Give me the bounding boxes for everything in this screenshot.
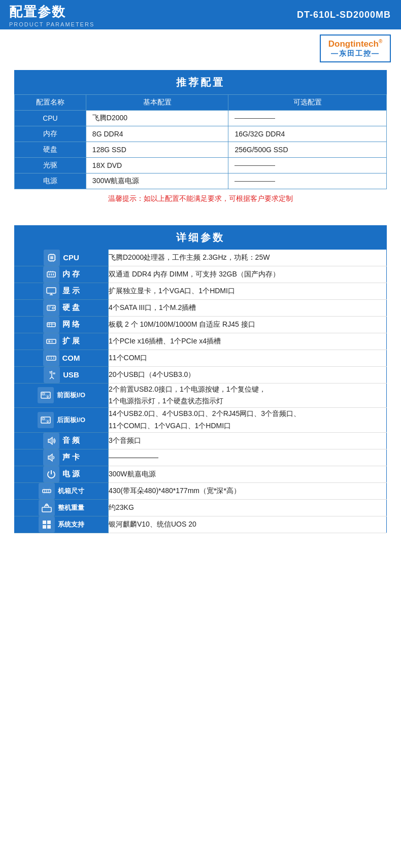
detail-label-cell: 内 存 bbox=[15, 266, 109, 283]
recommend-row-optional: 256G/500G SSD bbox=[228, 142, 387, 157]
svg-point-52 bbox=[47, 421, 48, 423]
logo-brand-cn: —东田工控— bbox=[331, 49, 380, 58]
svg-rect-17 bbox=[53, 273, 54, 275]
svg-rect-16 bbox=[51, 273, 52, 275]
detail-header: 详细参数 bbox=[15, 225, 387, 250]
recommend-row-name: CPU bbox=[15, 110, 86, 126]
frontio-icon bbox=[38, 387, 54, 403]
recommend-row-basic: 128G SSD bbox=[86, 142, 228, 157]
usb-icon bbox=[44, 367, 60, 383]
warm-tip: 温馨提示：如以上配置不能满足要求，可根据客户要求定制 bbox=[14, 194, 387, 203]
svg-point-37 bbox=[51, 358, 52, 359]
detail-row: 机箱尺寸430(带耳朵480)*480*177mm（宽*深*高） bbox=[15, 482, 387, 499]
detail-label-text: 硬 盘 bbox=[62, 303, 80, 313]
svg-rect-42 bbox=[53, 373, 55, 374]
memory-icon bbox=[43, 266, 59, 283]
detail-label-text: 前面板I/O bbox=[57, 391, 85, 400]
svg-point-41 bbox=[53, 356, 54, 357]
detail-label-text: CPU bbox=[63, 253, 79, 262]
detail-row: 扩 展1个PCIe x16插槽、1个PCIe x4插槽 bbox=[15, 333, 387, 350]
detail-row: CPU飞腾D2000处理器，工作主频 2.3GHz，功耗：25W bbox=[15, 250, 387, 266]
detail-title: 详细参数 bbox=[15, 225, 387, 250]
header-model: DT-610L-SD2000MB bbox=[112, 0, 401, 29]
svg-rect-61 bbox=[43, 520, 46, 524]
power-icon bbox=[43, 466, 59, 482]
audio-icon bbox=[43, 433, 59, 449]
recommend-title: 推荐配置 bbox=[15, 70, 387, 94]
detail-value-cell: 14个USB2.0口、4个USB3.0口、2个RJ45网口、3个音频口、11个C… bbox=[109, 408, 387, 433]
detail-row: 网 络板载 2 个 10M/100M/1000M 自适应 RJ45 接口 bbox=[15, 316, 387, 333]
recommend-row: 硬盘128G SSD256G/500G SSD bbox=[15, 142, 387, 157]
col-basic: 基本配置 bbox=[86, 94, 228, 110]
detail-label-text: 内 存 bbox=[62, 269, 80, 279]
detail-value-cell: 2个前置USB2.0接口，1个电源按键，1个复位键，1个电源指示灯，1个硬盘状态… bbox=[109, 383, 387, 408]
detail-label-text: 后面板I/O bbox=[57, 415, 85, 425]
detail-label-text: 声 卡 bbox=[62, 453, 80, 462]
os-icon bbox=[39, 516, 55, 533]
detail-label-text: 电 源 bbox=[62, 469, 80, 479]
detail-label-cell: 声 卡 bbox=[15, 449, 109, 466]
detail-label-cell: USB bbox=[15, 366, 109, 383]
detail-value-cell: ——————— bbox=[109, 449, 387, 466]
svg-rect-21 bbox=[47, 288, 56, 293]
recommend-row: CPU飞腾D2000 bbox=[15, 110, 387, 126]
detail-label-text: 音 频 bbox=[62, 436, 80, 445]
detail-label-text: USB bbox=[63, 370, 79, 379]
detail-label-text: 网 络 bbox=[62, 320, 80, 329]
svg-point-38 bbox=[53, 358, 54, 359]
chassis-icon bbox=[39, 483, 55, 499]
recommend-row-name: 电源 bbox=[15, 173, 86, 189]
detail-label-text: COM bbox=[62, 354, 80, 362]
svg-rect-63 bbox=[43, 525, 46, 529]
detail-label-text: 整机重量 bbox=[58, 503, 84, 512]
detail-value-cell: 20个USB口（4个USB3.0） bbox=[109, 366, 387, 383]
detail-value-cell: 约23KG bbox=[109, 499, 387, 516]
detail-value-cell: 4个SATA III口，1个M.2插槽 bbox=[109, 299, 387, 316]
svg-rect-34 bbox=[51, 340, 53, 342]
detail-label-cell: 前面板I/O bbox=[15, 383, 109, 408]
main-title: 配置参数 bbox=[9, 3, 103, 21]
svg-point-48 bbox=[47, 396, 48, 398]
svg-rect-47 bbox=[42, 393, 45, 395]
recommend-table: 推荐配置 配置名称 基本配置 可选配置 CPU飞腾D2000内存8G DDR41… bbox=[14, 70, 387, 189]
logo-container: Dongtintech® —东田工控— bbox=[0, 29, 401, 65]
detail-label-text: 机箱尺寸 bbox=[58, 487, 84, 496]
svg-rect-62 bbox=[47, 520, 51, 524]
detail-label-text: 显 示 bbox=[62, 286, 80, 296]
reario-icon bbox=[38, 412, 54, 428]
detail-label-cell: 整机重量 bbox=[15, 499, 109, 516]
svg-marker-54 bbox=[48, 454, 52, 461]
recommend-row-name: 光驱 bbox=[15, 157, 86, 173]
recommend-row-optional bbox=[228, 157, 387, 173]
detail-row: 整机重量约23KG bbox=[15, 499, 387, 516]
recommend-row-name: 内存 bbox=[15, 126, 86, 142]
detail-label-cell: CPU bbox=[15, 250, 109, 266]
detail-value-cell: 银河麒麟V10、统信UOS 20 bbox=[109, 516, 387, 533]
hdd-icon bbox=[43, 300, 59, 316]
svg-marker-53 bbox=[48, 437, 52, 444]
detail-label-cell: 显 示 bbox=[15, 283, 109, 299]
svg-rect-33 bbox=[48, 340, 50, 342]
detail-value-cell: 11个COM口 bbox=[109, 350, 387, 366]
detail-label-cell: 扩 展 bbox=[15, 333, 109, 350]
svg-rect-64 bbox=[47, 525, 51, 529]
sub-title: PRODUCT PARAMETERS bbox=[9, 21, 103, 27]
svg-point-39 bbox=[48, 356, 49, 357]
com-icon bbox=[43, 350, 59, 366]
recommend-row-basic: 8G DDR4 bbox=[86, 126, 228, 142]
detail-label-cell: 音 频 bbox=[15, 432, 109, 449]
detail-label-cell: COM bbox=[15, 350, 109, 366]
detail-value-cell: 双通道 DDR4 内存 DIMM，可支持 32GB（国产内存） bbox=[109, 266, 387, 283]
recommend-row: 电源300W航嘉电源 bbox=[15, 173, 387, 189]
recommend-row-optional bbox=[228, 110, 387, 126]
recommend-row-basic: 18X DVD bbox=[86, 157, 228, 173]
logo-box: Dongtintech® —东田工控— bbox=[320, 34, 391, 62]
recommend-row-optional bbox=[228, 173, 387, 189]
recommend-row-basic: 飞腾D2000 bbox=[86, 110, 228, 126]
detail-label-cell: 硬 盘 bbox=[15, 299, 109, 316]
detail-row: 显 示扩展独立显卡，1个VGA口、1个HDMI口 bbox=[15, 283, 387, 299]
detail-row: 系统支持银河麒麟V10、统信UOS 20 bbox=[15, 516, 387, 533]
display-icon bbox=[43, 283, 59, 299]
detail-label-cell: 系统支持 bbox=[15, 516, 109, 533]
detail-label-text: 扩 展 bbox=[62, 336, 80, 346]
